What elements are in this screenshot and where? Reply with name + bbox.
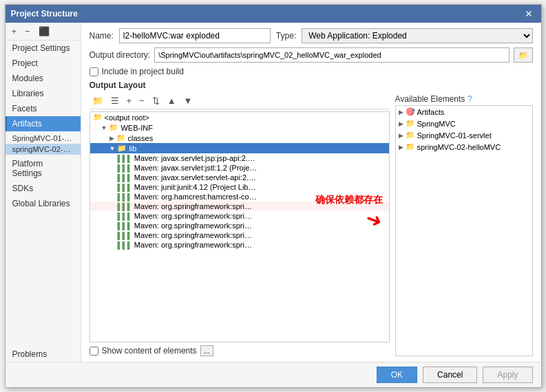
type-label: Type:	[276, 31, 296, 41]
jar-icon: ▌▌▌	[118, 222, 132, 230]
folder-icon: 📁	[406, 119, 415, 128]
sidebar-item-artifacts[interactable]: Artifacts	[6, 116, 81, 131]
expand-icon: ▶	[399, 109, 403, 116]
expand-icon: ▶	[399, 132, 403, 139]
tree-item-jar-1[interactable]: ▌▌▌ Maven: javax.servlet.jsp:jsp-api:2.…	[90, 153, 389, 163]
left-pane-remove-btn[interactable]: −	[136, 94, 147, 107]
jar-icon: ▌▌▌	[118, 193, 132, 201]
available-item-springmvc02[interactable]: ▶ 📁 springMVC-02-helloMVC	[396, 141, 532, 153]
available-tree[interactable]: ▶ 🎯 Artifacts ▶ 📁 SpringMVC ▶ 📁 S	[395, 105, 533, 356]
tree-item-jar-2[interactable]: ▌▌▌ Maven: javax.servlet:jstl:1.2 (Proje…	[90, 163, 389, 173]
apply-button[interactable]: Apply	[483, 367, 532, 383]
sidebar-item-global-libraries[interactable]: Global Libraries	[6, 196, 81, 211]
expand-icon: ▶	[399, 120, 403, 127]
tree-item-lib[interactable]: ▼ 📁 lib	[90, 143, 389, 153]
jar-icon: ▌▌▌	[118, 241, 132, 249]
output-dir-input[interactable]	[154, 47, 509, 63]
left-pane-sort-btn[interactable]: ⇅	[149, 94, 162, 107]
include-in-build-checkbox[interactable]	[90, 67, 98, 76]
folder-icon: 📁	[109, 123, 118, 132]
sidebar-item-project[interactable]: Project	[6, 56, 81, 71]
browse-button[interactable]: 📁	[514, 47, 533, 63]
close-button[interactable]: ✕	[522, 8, 536, 19]
copy-sidebar-btn[interactable]: ⬛	[36, 25, 52, 37]
left-pane-folder-btn[interactable]: 📁	[90, 94, 106, 107]
tree-container: 📁 <output root> ▼ 📁 WEB-INF ▶ 📁	[90, 111, 390, 342]
sidebar: + − ⬛ Project Settings Project Modules L…	[6, 23, 81, 362]
add-sidebar-btn[interactable]: +	[10, 25, 19, 37]
ok-button[interactable]: OK	[377, 367, 417, 383]
sidebar-item-libraries[interactable]: Libraries	[6, 86, 81, 101]
show-content-btn[interactable]: ...	[200, 345, 213, 356]
jar-icon: ▌▌▌	[118, 203, 132, 210]
tree-item-jar-6[interactable]: ▌▌▌ Maven: org.springframework:spri…	[90, 202, 389, 211]
name-type-row: Name: Type: Web Application: Exploded	[90, 28, 533, 43]
include-checkbox-row: Include in project build	[90, 67, 533, 76]
folder-icon: 📁	[117, 144, 127, 153]
left-pane-down-btn[interactable]: ▼	[181, 94, 196, 107]
jar-icon: ▌▌▌	[118, 155, 132, 162]
show-content-checkbox[interactable]	[90, 347, 98, 356]
expand-icon: ▼	[109, 145, 116, 152]
jar-icon: ▌▌▌	[118, 232, 132, 239]
dialog-title: Project Structure	[11, 9, 78, 19]
layout-area: 📁 ☰ + − ⇅ ▲ ▼ 📁 <output root>	[90, 93, 533, 356]
tree-item-classes[interactable]: ▶ 📁 classes	[90, 133, 389, 143]
left-pane-toolbar: 📁 ☰ + − ⇅ ▲ ▼	[90, 93, 390, 109]
available-elements-title: Available Elements ?	[395, 93, 533, 105]
available-item-springmvc01[interactable]: ▶ 📁 SpringMVC-01-servlet	[396, 129, 532, 141]
left-pane: 📁 ☰ + − ⇅ ▲ ▼ 📁 <output root>	[90, 93, 390, 356]
available-item-springmvc[interactable]: ▶ 📁 SpringMVC	[396, 118, 532, 129]
expand-icon: ▼	[101, 124, 107, 131]
tree-item-output-root[interactable]: 📁 <output root>	[90, 112, 389, 122]
project-structure-dialog: Project Structure ✕ + − ⬛ Project Settin…	[5, 4, 542, 388]
tree-item-jar-9[interactable]: ▌▌▌ Maven: org.springframework:spri…	[90, 230, 389, 240]
main-content: Name: Type: Web Application: Exploded Ou…	[81, 23, 541, 362]
artifact-list: SpringMVC-01-serv… springMVC-02-hello…	[6, 131, 81, 156]
tree-item-jar-10[interactable]: ▌▌▌ Maven: org.springframework:spri…	[90, 240, 389, 250]
tree-item-web-inf[interactable]: ▼ 📁 WEB-INF	[90, 122, 389, 133]
left-pane-grid-btn[interactable]: ☰	[108, 94, 122, 107]
available-elements-help[interactable]: ?	[468, 94, 472, 104]
left-pane-add-btn[interactable]: +	[124, 94, 135, 107]
tree-item-jar-4[interactable]: ▌▌▌ Maven: junit:junit:4.12 (Project Lib…	[90, 182, 389, 192]
remove-sidebar-btn[interactable]: −	[23, 25, 32, 37]
show-content-row: Show content of elements ...	[90, 345, 390, 356]
jar-icon: ▌▌▌	[118, 174, 132, 182]
sidebar-toolbar: + − ⬛	[6, 23, 81, 41]
dialog-footer: OK Cancel Apply	[6, 362, 541, 387]
output-dir-row: Output directory: 📁	[90, 47, 533, 63]
sidebar-item-sdks[interactable]: SDKs	[6, 181, 81, 196]
expand-icon: ▶	[109, 135, 114, 142]
folder-icon: 📁	[406, 131, 415, 140]
sidebar-item-problems[interactable]: Problems	[6, 347, 81, 362]
name-label: Name:	[90, 31, 114, 41]
left-tree[interactable]: 📁 <output root> ▼ 📁 WEB-INF ▶ 📁	[90, 111, 390, 342]
sidebar-item-platform-settings[interactable]: Platform Settings	[6, 156, 81, 181]
title-bar: Project Structure ✕	[6, 5, 541, 23]
jar-icon: ▌▌▌	[118, 184, 132, 191]
sidebar-item-facets[interactable]: Facets	[6, 101, 81, 116]
tree-item-jar-7[interactable]: ▌▌▌ Maven: org.springframework:spri…	[90, 211, 389, 221]
include-in-build-label: Include in project build	[102, 67, 184, 76]
tree-item-jar-5[interactable]: ▌▌▌ Maven: org.hamcrest:hamcrest-co…	[90, 192, 389, 202]
expand-icon: ▶	[399, 144, 403, 151]
right-pane: Available Elements ? ▶ 🎯 Artifacts ▶ 📁 S…	[395, 93, 533, 356]
folder-icon: 🎯	[406, 107, 415, 116]
artifact-item-1[interactable]: SpringMVC-01-serv…	[6, 133, 81, 144]
show-content-label: Show content of elements	[102, 346, 197, 356]
sidebar-item-modules[interactable]: Modules	[6, 71, 81, 86]
available-item-artifacts[interactable]: ▶ 🎯 Artifacts	[396, 106, 532, 118]
name-input[interactable]	[119, 28, 271, 43]
tree-item-jar-3[interactable]: ▌▌▌ Maven: javax.servlet:servlet-api:2.…	[90, 173, 389, 182]
type-select[interactable]: Web Application: Exploded	[302, 28, 532, 43]
output-dir-label: Output directory:	[90, 50, 151, 60]
folder-icon: 📁	[406, 142, 415, 151]
left-pane-up-btn[interactable]: ▲	[165, 94, 179, 107]
jar-icon: ▌▌▌	[118, 213, 132, 220]
artifact-item-2[interactable]: springMVC-02-hello…	[6, 144, 81, 155]
tree-item-jar-8[interactable]: ▌▌▌ Maven: org.springframework:spri…	[90, 221, 389, 230]
cancel-button[interactable]: Cancel	[423, 367, 477, 383]
dialog-body: + − ⬛ Project Settings Project Modules L…	[6, 23, 541, 362]
sidebar-item-project-settings[interactable]: Project Settings	[6, 41, 81, 56]
